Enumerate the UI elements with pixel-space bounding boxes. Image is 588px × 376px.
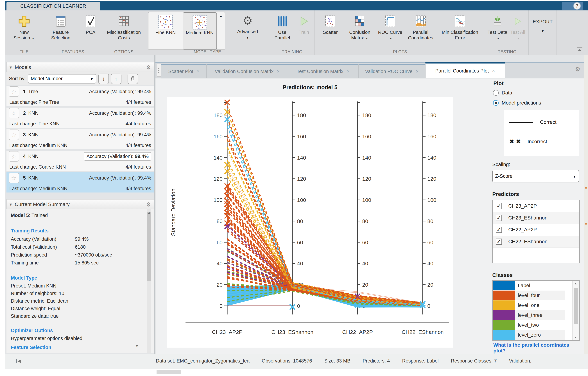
predictor-row[interactable]: CH23_AP2P [493, 200, 579, 212]
scaling-dropdown[interactable]: Z-Score [492, 170, 579, 182]
close-icon[interactable]: × [197, 69, 200, 74]
collapse-ribbon-button[interactable] [576, 48, 584, 54]
gear-icon[interactable] [146, 64, 151, 71]
checkbox-checked-icon[interactable] [496, 203, 502, 209]
sort-descending-button[interactable]: ↓ [98, 73, 109, 84]
accuracy-badge: Accuracy (Validation):99.4% [89, 132, 151, 138]
checkbox-checked-icon[interactable] [496, 215, 502, 221]
dropdown-caret-icon [246, 36, 249, 40]
sort-by-dropdown[interactable]: Model Number [28, 74, 96, 84]
test-data-download-icon [492, 13, 504, 30]
close-icon[interactable]: × [492, 68, 495, 74]
axis-tick-label: 140 [427, 155, 436, 161]
legend-correct-row: Correct [509, 119, 556, 125]
class-row[interactable]: level_one [493, 301, 565, 310]
parallel-coordinates-help-link[interactable]: What is the parallel coordinates plot? [493, 342, 571, 354]
scroll-up-icon[interactable]: ▲ [574, 282, 577, 285]
scatter-plot-button[interactable]: Scatter [319, 13, 342, 35]
class-row[interactable]: level_zero [493, 330, 565, 340]
axis-tick-label: 180 [297, 112, 306, 118]
ribbon-group-label: TRAINING [270, 50, 314, 54]
favorite-star-icon[interactable] [9, 151, 19, 162]
tabbar-handle-icon[interactable] [157, 64, 161, 77]
model-list-item-1[interactable]: 1 Tree Accuracy (Validation):99.4% Last … [7, 86, 154, 106]
models-panel-header[interactable]: Models [7, 62, 154, 72]
class-row[interactable]: level_two [493, 320, 565, 330]
close-icon[interactable]: × [277, 69, 280, 74]
model-summary-body: Model 5: Trained Training Results Accura… [7, 209, 154, 353]
class-row[interactable]: Label [493, 281, 565, 290]
scroll-down-icon[interactable]: ▼ [574, 336, 577, 339]
misclassification-costs-button[interactable]: Misclassification Costs [105, 13, 143, 41]
classes-scrollbar[interactable]: ▲ ▼ [572, 281, 579, 340]
favorite-star-icon[interactable] [9, 108, 19, 118]
tab-test-confusion-matrix[interactable]: Test Confusion Matrix× [288, 64, 358, 78]
incorrect-prediction-line [227, 170, 423, 304]
summary-scrollbar-thumb[interactable] [147, 212, 151, 281]
x-dash-x-icon: ✖–✖ [509, 138, 520, 145]
sort-ascending-button[interactable]: ↑ [111, 73, 121, 84]
train-button[interactable]: Train [295, 13, 313, 35]
parallel-coordinates-button[interactable]: Parallel Coordinates [405, 13, 436, 41]
radio-model-predictions[interactable]: Model predictions [493, 100, 541, 106]
sort-by-label: Sort by: [9, 76, 26, 82]
model-list-item-2[interactable]: 2KNN Accuracy (Validation):99.4% Last ch… [7, 108, 154, 128]
close-icon[interactable]: × [347, 69, 350, 74]
advanced-button[interactable]: ⚙ Advanced [232, 12, 263, 40]
use-parallel-button[interactable]: Use Parallel [272, 13, 293, 41]
class-color-swatch [493, 291, 515, 300]
axis-tick-label: 40 [217, 261, 222, 266]
close-icon[interactable]: × [416, 69, 419, 74]
predictor-row[interactable]: CH22_EShannon [493, 236, 579, 248]
parallel-coordinates-canvas[interactable]: 020406080100120140160180CH23_AP2P0204060… [167, 97, 453, 348]
train-play-icon [298, 13, 310, 30]
class-row[interactable]: level_four [493, 291, 565, 300]
radio-data[interactable]: Data [493, 90, 512, 96]
scroll-down-icon[interactable]: ▼ [135, 344, 139, 348]
tab-parallel-coordinates-plot[interactable]: Parallel Coordinates Plot× [425, 62, 505, 78]
gear-icon[interactable] [146, 201, 151, 208]
class-row[interactable]: level_three [493, 310, 565, 320]
favorite-star-icon[interactable] [9, 86, 19, 97]
gallery-expand-caret[interactable] [217, 12, 225, 50]
collapse-left-icon[interactable] [16, 358, 21, 364]
help-button[interactable]: ? [562, 2, 583, 10]
test-data-button[interactable]: Test Data [488, 13, 507, 41]
axis-name-label: CH22_EShannon [402, 329, 444, 335]
roc-curve-button[interactable]: ROC Curve [378, 13, 403, 41]
predictor-row[interactable]: CH22_AP2P [493, 224, 579, 236]
export-button[interactable]: EXPORT [529, 19, 557, 33]
tab-scatter-plot[interactable]: Scatter Plot× [161, 64, 207, 78]
test-all-button[interactable]: Test All [509, 13, 527, 41]
checkbox-checked-icon[interactable] [496, 239, 502, 245]
delete-model-button[interactable] [127, 73, 138, 84]
feature-list-icon [54, 13, 67, 30]
model-list-item-4[interactable]: 4KNN Accuracy (Validation):99.4% Last ch… [7, 151, 154, 171]
collapse-triangle-icon [10, 201, 15, 207]
checkbox-checked-icon[interactable] [496, 227, 502, 233]
min-classification-error-button[interactable]: Min Classification Error [439, 13, 482, 41]
gear-icon[interactable] [575, 66, 580, 73]
summary-panel-header[interactable]: Current Model Summary [7, 199, 154, 209]
model-list-item-5-selected[interactable]: 5KNN Accuracy (Validation):99.4% Last ch… [7, 172, 154, 192]
feature-selection-button[interactable]: Feature Selection [45, 13, 76, 41]
model-medium-knn-selected[interactable]: Medium KNN [183, 12, 217, 50]
new-session-button[interactable]: New Session [10, 13, 38, 41]
scroll-up-icon[interactable]: ▲ [147, 210, 151, 215]
panel-divider[interactable] [154, 55, 156, 354]
favorite-star-icon[interactable] [9, 130, 19, 140]
model-list-item-3[interactable]: 3KNN Accuracy (Validation):99.4% Last ch… [7, 129, 154, 149]
model-type-heading: Model Type [11, 275, 37, 281]
ribbon-group-label: PLOTS [315, 50, 486, 54]
parallel-coordinates-plot[interactable]: 020406080100120140160180CH23_AP2P0204060… [167, 97, 453, 348]
scrollbar-thumb[interactable] [574, 288, 578, 324]
tab-validation-roc-curve[interactable]: Validation ROC Curve× [358, 64, 425, 78]
classification-learner-window: CLASSIFICATION LEARNER ? New Session FIL… [0, 0, 588, 376]
pca-button[interactable]: PCA [81, 13, 101, 35]
tab-validation-confusion-matrix[interactable]: Validation Confusion Matrix× [207, 64, 288, 78]
confusion-matrix-button[interactable]: Confusion Matrix [345, 13, 375, 41]
model-fine-knn[interactable]: Fine KNN [148, 12, 183, 50]
ribbon-tab-classification-learner[interactable]: CLASSIFICATION LEARNER [7, 2, 100, 10]
favorite-star-icon[interactable] [9, 173, 19, 183]
predictor-row[interactable]: CH23_EShannon [493, 212, 579, 224]
